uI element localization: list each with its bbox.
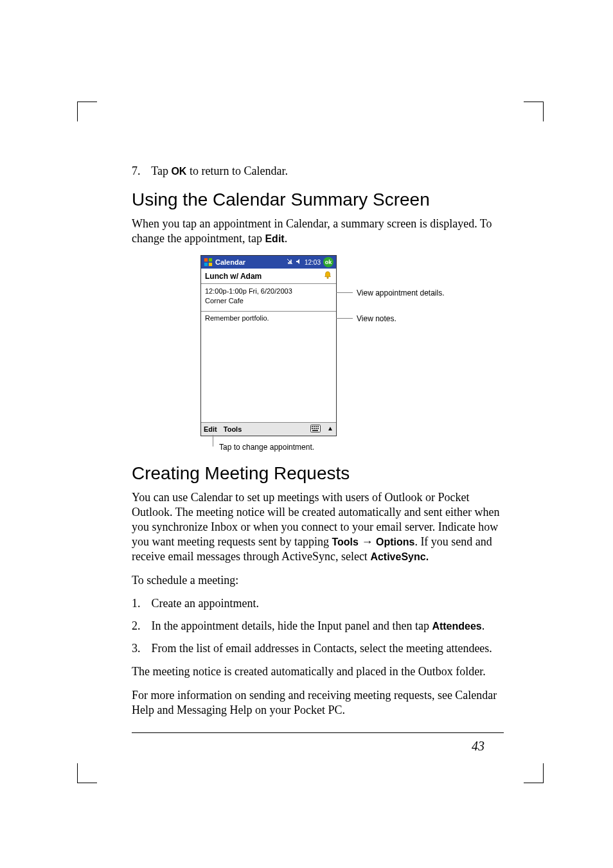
svg-point-4 <box>327 277 328 278</box>
p1-activesync: ActiveSync. <box>370 551 429 562</box>
figure-calendar-summary: Calendar 12:03 ok Lunch w/ Adam <box>132 255 504 461</box>
svg-rect-13 <box>317 428 319 429</box>
svg-rect-9 <box>317 426 319 427</box>
ok-button[interactable]: ok <box>323 257 333 267</box>
step-number: 2. <box>132 619 148 633</box>
meeting-step-2: 2. In the appointment details, hide the … <box>132 619 504 633</box>
appointment-subject: Lunch w/ Adam <box>205 272 262 281</box>
window-title: Calendar <box>215 258 245 266</box>
window-titlebar: Calendar 12:03 ok <box>201 256 336 269</box>
callout-details-label: View appointment details. <box>357 288 445 297</box>
detail-time-line: 12:00p-1:00p Fri, 6/20/2003 <box>205 287 332 296</box>
callout-line <box>336 292 353 293</box>
appointment-detail-block[interactable]: 12:00p-1:00p Fri, 6/20/2003 Corner Cafe <box>201 284 336 312</box>
summary-para-pre: When you tap an appointment in Calendar,… <box>132 217 492 245</box>
keyboard-icon[interactable] <box>310 425 321 434</box>
step-7: 7. Tap OK to return to Calendar. <box>132 164 504 178</box>
crop-mark <box>524 763 544 783</box>
callout-line <box>213 435 213 447</box>
svg-rect-7 <box>314 426 315 427</box>
meeting-step-3: 3. From the list of email addresses in C… <box>132 642 504 655</box>
device-screenshot: Calendar 12:03 ok Lunch w/ Adam <box>200 255 337 436</box>
svg-rect-2 <box>204 263 208 266</box>
system-tray: 12:03 ok <box>287 257 333 267</box>
svg-rect-6 <box>312 426 313 427</box>
meeting-para-3: The meeting notice is created automatica… <box>132 664 504 679</box>
crop-mark <box>524 102 544 121</box>
svg-rect-1 <box>209 258 212 261</box>
appointment-notes-block[interactable]: Remember portfolio. <box>201 312 336 413</box>
step-number: 3. <box>132 642 148 655</box>
step-text-pre: In the appointment details, hide the Inp… <box>152 619 432 632</box>
callout-edit-label: Tap to change appointment. <box>219 443 314 452</box>
bottom-menubar: Edit Tools ▲ <box>201 422 336 436</box>
meeting-para-1: You can use Calendar to set up meetings … <box>132 490 504 564</box>
step-text: From the list of email addresses in Cont… <box>152 642 492 655</box>
page-number: 43 <box>472 739 484 754</box>
p1-options: Options <box>376 536 414 547</box>
svg-rect-0 <box>204 258 208 261</box>
callout-line <box>336 318 353 319</box>
heading-summary-screen: Using the Calendar Summary Screen <box>132 190 504 210</box>
step-text-post: to return to Calendar. <box>186 164 287 177</box>
signal-icon <box>287 258 293 266</box>
summary-paragraph: When you tap an appointment in Calendar,… <box>132 217 504 246</box>
svg-rect-14 <box>312 430 318 431</box>
menu-edit[interactable]: Edit <box>204 425 217 433</box>
step-text-pre: Tap <box>151 164 171 177</box>
up-arrow-icon[interactable]: ▲ <box>327 425 333 434</box>
svg-rect-11 <box>314 428 315 429</box>
menu-tools[interactable]: Tools <box>224 425 242 433</box>
speaker-icon <box>296 258 302 266</box>
clock-text: 12:03 <box>305 259 321 266</box>
step-number: 1. <box>132 597 148 610</box>
p1-tools: Tools <box>332 536 358 547</box>
detail-location-line: Corner Cafe <box>205 296 332 306</box>
svg-rect-3 <box>209 263 212 266</box>
footer-rule <box>132 732 504 733</box>
crop-mark <box>77 763 97 783</box>
step-attendees-keyword: Attendees <box>432 621 481 632</box>
appointment-subject-row: Lunch w/ Adam <box>201 269 336 284</box>
crop-mark <box>77 102 97 121</box>
summary-para-edit: Edit <box>265 233 284 244</box>
step-number: 7. <box>132 164 148 178</box>
callout-notes-label: View notes. <box>357 314 396 323</box>
step-text-post: . <box>482 619 485 632</box>
svg-rect-12 <box>315 428 317 429</box>
step-text: Create an appointment. <box>152 597 259 610</box>
p1-arrow: → <box>359 535 376 548</box>
step-ok-keyword: OK <box>171 166 186 177</box>
notes-text: Remember portfolio. <box>205 314 269 322</box>
meeting-para-2: To schedule a meeting: <box>132 573 504 588</box>
svg-rect-8 <box>315 426 317 427</box>
meeting-step-1: 1. Create an appointment. <box>132 597 504 610</box>
meeting-para-4: For more information on sending and rece… <box>132 688 504 718</box>
svg-rect-10 <box>312 428 313 429</box>
windows-flag-icon <box>204 258 213 267</box>
summary-para-post: . <box>285 232 288 245</box>
heading-meeting-requests: Creating Meeting Requests <box>132 463 504 484</box>
reminder-bell-icon <box>323 270 332 281</box>
